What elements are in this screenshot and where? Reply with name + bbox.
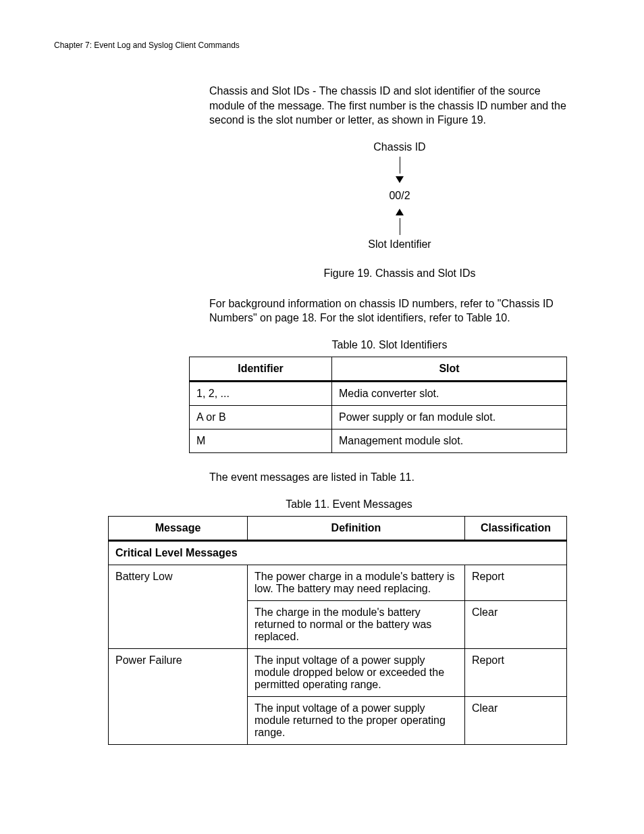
arrow-down-icon xyxy=(396,176,404,183)
table-10-header-identifier: Identifier xyxy=(190,357,332,381)
paragraph-chassis-slot-intro: Chassis and Slot IDs - The chassis ID an… xyxy=(209,84,570,128)
table-row: M Management module slot. xyxy=(190,429,567,452)
table-11-header-definition: Definition xyxy=(248,516,465,540)
table-11-header-classification: Classification xyxy=(465,516,567,540)
table-cell-section: Critical Level Messages xyxy=(109,540,567,565)
table-cell: Battery Low xyxy=(109,565,248,648)
table-row: Power Failure The input voltage of a pow… xyxy=(109,648,567,696)
table-cell: Management module slot. xyxy=(332,429,567,452)
table-cell: Clear xyxy=(465,696,567,744)
table-cell: M xyxy=(190,429,332,452)
table-10-caption: Table 10. Slot Identifiers xyxy=(189,339,590,351)
table-cell: A or B xyxy=(190,405,332,429)
table-11-section-critical: Critical Level Messages xyxy=(109,540,567,565)
table-cell: Power supply or fan module slot. xyxy=(332,405,567,429)
figure-label-chassis-id: Chassis ID xyxy=(209,141,590,153)
figure-middle-value: 00/2 xyxy=(209,190,590,202)
table-cell: Report xyxy=(465,648,567,696)
figure-19-caption: Figure 19. Chassis and Slot IDs xyxy=(209,267,590,280)
table-cell: 1, 2, ... xyxy=(190,381,332,405)
table-10-header-slot: Slot xyxy=(332,357,567,381)
arrow-stem xyxy=(400,157,400,174)
figure-19: Chassis ID 00/2 Slot Identifier xyxy=(209,141,590,251)
table-cell: The charge in the module's battery retur… xyxy=(248,600,465,648)
table-row: Battery Low The power charge in a module… xyxy=(109,565,567,600)
table-row: 1, 2, ... Media converter slot. xyxy=(190,381,567,405)
paragraph-event-messages: The event messages are listed in Table 1… xyxy=(209,470,570,485)
table-11-event-messages: Message Definition Classification Critic… xyxy=(108,516,567,745)
paragraph-background-info: For background information on chassis ID… xyxy=(209,296,570,325)
table-cell: Clear xyxy=(465,600,567,648)
table-cell: The input voltage of a power supply modu… xyxy=(248,696,465,744)
table-11-header-message: Message xyxy=(109,516,248,540)
table-10-slot-identifiers: Identifier Slot 1, 2, ... Media converte… xyxy=(189,357,567,453)
table-row: A or B Power supply or fan module slot. xyxy=(190,405,567,429)
table-cell: Media converter slot. xyxy=(332,381,567,405)
table-cell: Report xyxy=(465,565,567,600)
table-cell: Power Failure xyxy=(109,648,248,744)
table-cell: The input voltage of a power supply modu… xyxy=(248,648,465,696)
figure-label-slot-identifier: Slot Identifier xyxy=(209,238,590,251)
table-cell: The power charge in a module's battery i… xyxy=(248,565,465,600)
arrow-stem xyxy=(400,218,400,235)
table-11-caption: Table 11. Event Messages xyxy=(108,498,590,511)
arrow-up-icon xyxy=(396,209,404,215)
chapter-header: Chapter 7: Event Log and Syslog Client C… xyxy=(54,41,590,50)
